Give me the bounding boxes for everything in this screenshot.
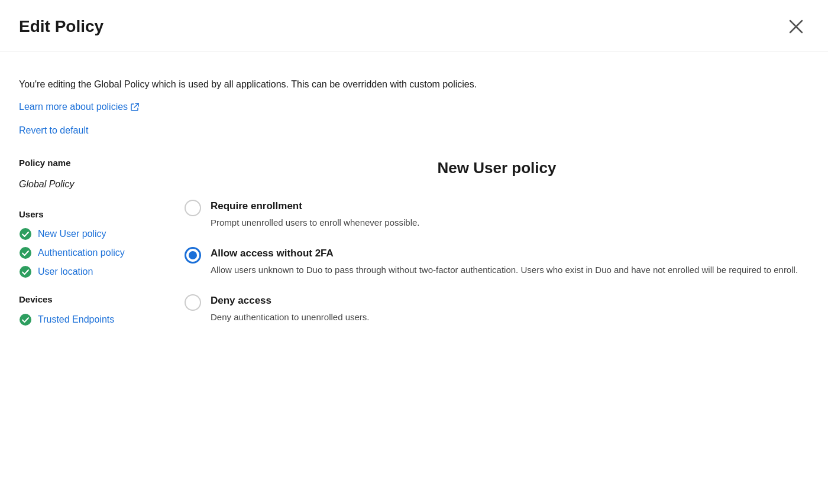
option-require-enrollment-desc: Prompt unenrolled users to enroll whenev…	[211, 216, 809, 230]
policy-name-label: Policy name	[19, 157, 161, 170]
radio-deny-access[interactable]	[185, 294, 201, 311]
info-section: You're editing the Global Policy which i…	[0, 51, 828, 142]
user-location-link[interactable]: User location	[38, 265, 93, 279]
svg-point-3	[20, 228, 31, 240]
option-deny-access-content: Deny access Deny authentication to unenr…	[211, 293, 809, 324]
radio-allow-without-2fa[interactable]	[185, 247, 201, 264]
option-allow-without-2fa-desc: Allow users unknown to Duo to pass throu…	[211, 264, 809, 277]
sidebar: Policy name Global Policy Users New User…	[19, 157, 185, 341]
sidebar-section-users: Users New User policy Authentication pol…	[19, 208, 161, 279]
close-button[interactable]	[783, 16, 809, 37]
svg-point-5	[20, 266, 31, 278]
option-deny-access-desc: Deny authentication to unenrolled users.	[211, 311, 809, 324]
sidebar-item-authentication-policy[interactable]: Authentication policy	[19, 246, 161, 260]
radio-require-enrollment[interactable]	[185, 200, 201, 216]
sidebar-item-trusted-endpoints[interactable]: Trusted Endpoints	[19, 313, 161, 327]
sidebar-item-new-user-policy[interactable]: New User policy	[19, 227, 161, 241]
main-content: New User policy Require enrollment Promp…	[185, 157, 809, 341]
svg-point-6	[20, 314, 31, 326]
option-require-enrollment-content: Require enrollment Prompt unenrolled use…	[211, 199, 809, 229]
sidebar-item-user-location[interactable]: User location	[19, 265, 161, 279]
check-circle-icon	[19, 227, 32, 240]
external-link-icon	[130, 102, 140, 112]
authentication-policy-link[interactable]: Authentication policy	[38, 246, 125, 260]
policy-name-section: Policy name Global Policy	[19, 157, 161, 191]
option-require-enrollment-label: Require enrollment	[211, 199, 809, 214]
revert-to-default-link[interactable]: Revert to default	[19, 123, 809, 138]
learn-more-link[interactable]: Learn more about policies	[19, 100, 809, 114]
svg-line-2	[134, 103, 138, 108]
trusted-endpoints-link[interactable]: Trusted Endpoints	[38, 313, 114, 327]
policy-name-value: Global Policy	[19, 177, 161, 191]
sidebar-section-devices-label: Devices	[19, 293, 161, 307]
sidebar-section-users-label: Users	[19, 208, 161, 222]
edit-policy-modal: Edit Policy You're editing the Global Po…	[0, 0, 828, 504]
option-deny-access-label: Deny access	[211, 293, 809, 308]
sidebar-section-devices: Devices Trusted Endpoints	[19, 293, 161, 327]
check-circle-icon	[19, 246, 32, 259]
check-circle-icon	[19, 313, 32, 326]
section-title: New User policy	[185, 157, 809, 180]
new-user-policy-link[interactable]: New User policy	[38, 227, 106, 241]
modal-header: Edit Policy	[0, 0, 828, 51]
modal-title: Edit Policy	[19, 14, 104, 39]
main-layout: Policy name Global Policy Users New User…	[0, 142, 828, 355]
option-allow-without-2fa: Allow access without 2FA Allow users unk…	[185, 246, 809, 277]
info-description: You're editing the Global Policy which i…	[19, 77, 809, 92]
svg-point-4	[20, 247, 31, 259]
check-circle-icon	[19, 265, 32, 278]
links-row: Learn more about policies Revert to defa…	[19, 100, 809, 142]
option-allow-without-2fa-label: Allow access without 2FA	[211, 246, 809, 261]
option-deny-access: Deny access Deny authentication to unenr…	[185, 293, 809, 324]
close-icon	[788, 18, 804, 35]
option-allow-without-2fa-content: Allow access without 2FA Allow users unk…	[211, 246, 809, 277]
option-require-enrollment: Require enrollment Prompt unenrolled use…	[185, 199, 809, 229]
